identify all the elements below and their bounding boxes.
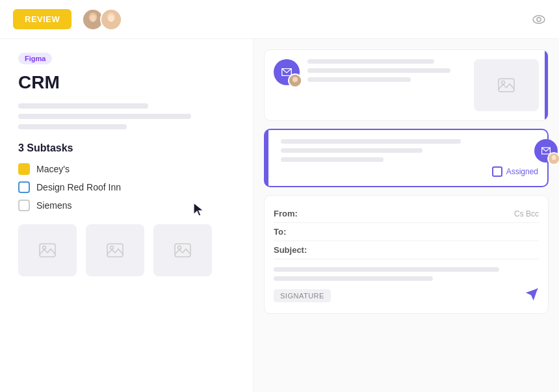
subtask-label-maceys: Macey's	[36, 164, 70, 174]
topbar: REVIEW	[0, 0, 559, 39]
avatar-2	[100, 8, 122, 31]
email-image-1	[474, 59, 539, 111]
svg-point-21	[552, 155, 556, 160]
compose-subject-label: Subject:	[274, 245, 313, 255]
email-card-2[interactable]: Assigned	[264, 129, 549, 187]
compose-body[interactable]	[274, 267, 539, 281]
left-panel: Figma CRM 3 Subtasks Macey's Design Red …	[0, 39, 254, 392]
card-left-bar	[265, 130, 268, 186]
image-thumb-1[interactable]	[18, 224, 77, 276]
subtask-item-redroof[interactable]: Design Red Roof Inn	[18, 181, 235, 193]
main-layout: Figma CRM 3 Subtasks Macey's Design Red …	[0, 39, 559, 392]
email-avatar-1	[288, 73, 302, 88]
desc-line-2	[18, 114, 191, 119]
compose-subject-field: Subject:	[274, 241, 539, 259]
review-button[interactable]: REVIEW	[13, 9, 72, 29]
email-card-1[interactable]	[264, 49, 549, 121]
image-gallery	[18, 224, 235, 276]
compose-to-field: To:	[274, 223, 539, 241]
subtask-item-siemens[interactable]: Siemens	[18, 200, 235, 211]
highlight-line-3	[281, 157, 384, 162]
email-line-1	[307, 59, 434, 64]
avatar-group	[82, 8, 122, 31]
highlight-line-1	[281, 139, 461, 144]
highlight-line-2	[281, 148, 422, 153]
compose-footer: SIGNATURE	[274, 287, 539, 304]
assigned-row: Assigned	[281, 166, 538, 177]
svg-rect-12	[107, 244, 123, 257]
subtask-list: Macey's Design Red Roof Inn Siemens	[18, 163, 235, 211]
figma-badge: Figma	[18, 53, 52, 64]
email-icon-2	[534, 139, 558, 163]
body-line-1	[274, 267, 499, 272]
compose-from-label: From:	[274, 209, 313, 218]
email-avatar-2	[547, 152, 559, 165]
compose-to-label: To:	[274, 227, 313, 237]
subtask-item-maceys[interactable]: Macey's	[18, 163, 235, 175]
email-highlight-inner: Assigned	[274, 139, 538, 177]
svg-point-11	[43, 246, 46, 250]
signature-badge: SIGNATURE	[274, 289, 331, 302]
compose-from-field: From: Cs Bcc	[274, 205, 539, 223]
body-line-2	[274, 276, 433, 281]
description-lines	[18, 103, 235, 129]
svg-point-9	[537, 18, 541, 21]
svg-point-15	[178, 246, 181, 250]
email-icon-1	[274, 59, 300, 85]
subtask-checkbox-redroof[interactable]	[18, 181, 30, 193]
right-panel: Assigned From: Cs	[254, 39, 559, 392]
subtask-label-siemens: Siemens	[36, 200, 72, 211]
svg-point-8	[533, 16, 545, 23]
eye-icon[interactable]	[532, 12, 546, 27]
page-title: CRM	[18, 72, 235, 93]
subtask-label-redroof: Design Red Roof Inn	[36, 182, 121, 192]
card-accent-bar	[545, 50, 548, 120]
svg-rect-14	[175, 244, 190, 257]
subtasks-heading: 3 Subtasks	[18, 142, 235, 154]
send-icon[interactable]	[525, 287, 539, 304]
image-thumb-3[interactable]	[153, 224, 212, 276]
svg-point-7	[109, 14, 114, 21]
assigned-checkbox[interactable]	[492, 166, 502, 177]
svg-rect-18	[499, 79, 514, 92]
svg-point-3	[90, 14, 96, 21]
svg-rect-10	[40, 244, 55, 257]
assigned-label: Assigned	[506, 167, 538, 176]
compose-area[interactable]: From: Cs Bcc To: Subject: SIGNATURE	[264, 195, 549, 314]
desc-line-3	[18, 124, 127, 129]
svg-point-17	[292, 77, 298, 82]
svg-point-19	[502, 81, 505, 85]
svg-marker-22	[526, 289, 538, 300]
image-thumb-2[interactable]	[86, 224, 144, 276]
email-line-2	[307, 68, 450, 73]
email-line-3	[307, 77, 411, 82]
compose-cc-label: Cs Bcc	[514, 209, 539, 218]
svg-point-13	[110, 246, 114, 250]
subtask-checkbox-siemens[interactable]	[18, 200, 30, 211]
email-content-1	[307, 59, 466, 99]
subtask-checkbox-maceys[interactable]	[18, 163, 30, 175]
desc-line-1	[18, 103, 148, 109]
